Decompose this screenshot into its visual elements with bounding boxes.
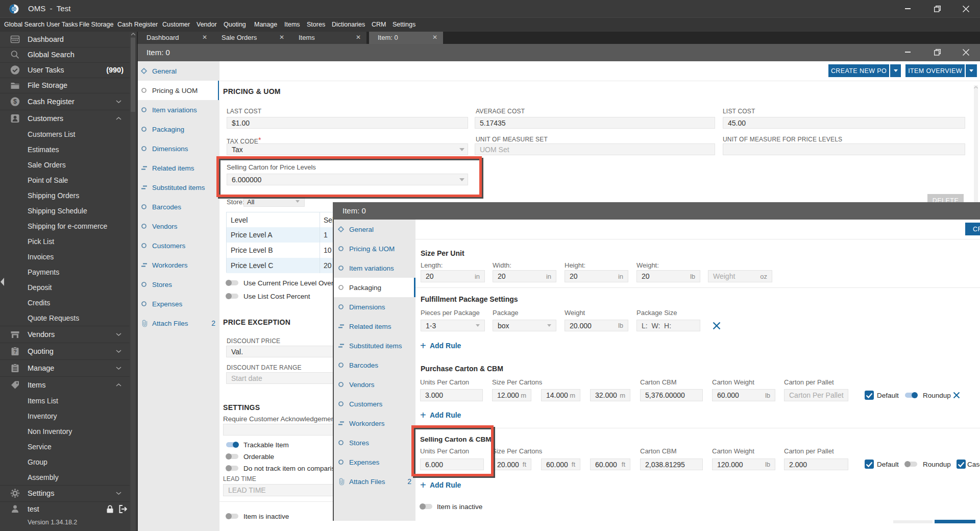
svg-text:$: $ [13, 98, 17, 105]
svg-text:?: ? [13, 349, 16, 354]
